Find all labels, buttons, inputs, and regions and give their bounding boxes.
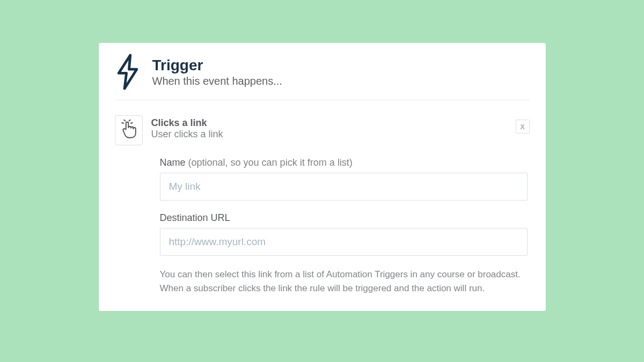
url-label: Destination URL (160, 212, 528, 224)
name-field-group: Name (optional, so you can pick it from … (160, 157, 528, 201)
trigger-card: Trigger When this event happens... Click… (99, 43, 546, 311)
page-title: Trigger (152, 57, 282, 74)
trigger-row: Clicks a link User clicks a link X (115, 115, 530, 145)
svg-line-2 (122, 123, 123, 123)
name-label-text: Name (160, 157, 188, 168)
form-section: Name (optional, so you can pick it from … (115, 157, 530, 295)
close-button[interactable]: X (516, 120, 530, 134)
trigger-icon-box (115, 115, 143, 145)
lightning-icon (115, 54, 141, 92)
trigger-text: Clicks a link User clicks a link (151, 115, 223, 140)
trigger-title: Clicks a link (151, 117, 223, 129)
svg-line-1 (129, 120, 130, 121)
name-label: Name (optional, so you can pick it from … (160, 157, 528, 168)
url-field-group: Destination URL (160, 212, 528, 256)
header-text: Trigger When this event happens... (152, 54, 282, 87)
svg-line-0 (124, 120, 125, 121)
help-text: You can then select this link from a lis… (160, 268, 528, 295)
pointer-icon (121, 120, 137, 141)
name-label-optional: (optional, so you can pick it from a lis… (188, 157, 353, 168)
close-icon: X (520, 123, 525, 130)
page-subtitle: When this event happens... (152, 75, 282, 87)
svg-line-3 (130, 123, 132, 123)
trigger-subtitle: User clicks a link (151, 129, 223, 140)
url-input[interactable] (160, 228, 528, 256)
name-input[interactable] (160, 173, 528, 201)
card-header: Trigger When this event happens... (115, 54, 530, 100)
